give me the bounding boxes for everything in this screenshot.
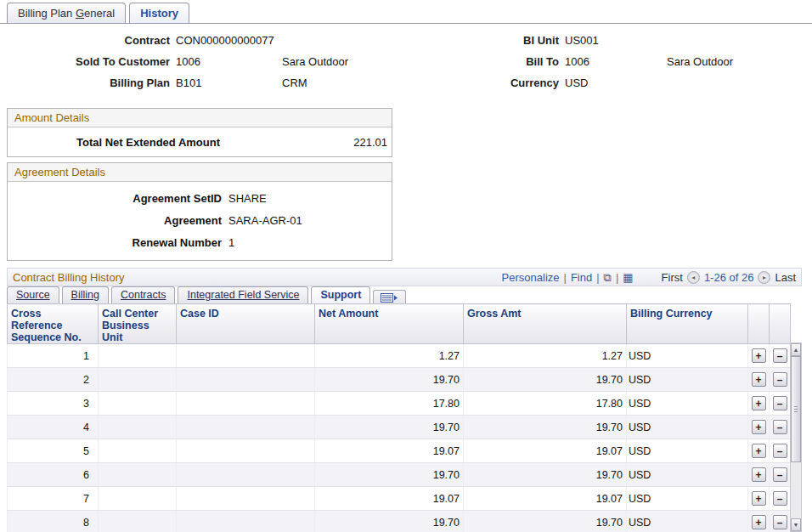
row-billing-currency: USD <box>627 463 748 487</box>
grid-tab-integrated-field-service[interactable]: Integrated Field Service <box>178 286 308 303</box>
table-row: 619.7019.70USD+– <box>8 463 791 487</box>
row-cross-reference-sequence-no: 6 <box>8 463 99 487</box>
scroll-up-icon[interactable]: ▲ <box>791 343 801 356</box>
scrollbar-track[interactable] <box>791 356 801 518</box>
page-tabs: Billing Plan General History <box>0 0 812 24</box>
row-call-center-business-unit <box>99 368 177 392</box>
page-tab-billing-plan-general[interactable]: Billing Plan General <box>7 3 126 23</box>
page-tab-label: Billing Plan <box>18 7 76 20</box>
add-row-button[interactable]: + <box>752 467 766 482</box>
grid-tab-label: Contracts <box>121 289 166 301</box>
field-row-bill-to: Bill To 1006 Sara Outdoor <box>476 55 733 71</box>
delete-row-button[interactable]: – <box>773 420 787 434</box>
add-row-button[interactable]: + <box>752 396 766 410</box>
grid-tab-label: Billing <box>71 289 99 301</box>
delete-row-cell: – <box>770 511 791 532</box>
show-all-columns-tab[interactable] <box>373 290 406 303</box>
delete-row-button[interactable]: – <box>773 372 787 387</box>
field-value-bi-unit: US001 <box>565 34 667 47</box>
download-grid-icon[interactable]: ▦ <box>623 272 633 283</box>
delete-row-button[interactable]: – <box>773 491 787 506</box>
delete-row-button[interactable]: – <box>773 467 787 482</box>
delete-row-cell: – <box>770 439 791 463</box>
column-header-call-center-business-unit: Call Center Business Unit <box>99 304 177 344</box>
row-case-id <box>177 439 315 463</box>
row-call-center-business-unit <box>99 344 177 368</box>
popout-icon[interactable]: ⧉ <box>604 272 612 283</box>
grid-tab-contracts[interactable]: Contracts <box>111 286 176 303</box>
total-net-extended-amount-value: 221.01 <box>220 136 387 149</box>
grid-tabs: Source Billing Contracts Integrated Fiel… <box>7 286 812 303</box>
add-row-cell: + <box>748 439 770 463</box>
field-value-bill-to-name: Sara Outdoor <box>667 55 733 68</box>
agreement-details-title: Agreement Details <box>8 163 392 182</box>
grid-tab-source[interactable]: Source <box>7 286 59 303</box>
row-billing-currency: USD <box>627 344 748 368</box>
grid-pagination: First ◂ 1-26 of 26 ▸ Last <box>662 271 796 284</box>
row-gross-amt: 19.70 <box>464 416 627 439</box>
field-row-billing-plan: Billing Plan B101 CRM <box>0 76 399 93</box>
row-case-id <box>177 392 315 416</box>
delete-row-cell: – <box>770 463 791 487</box>
table-row: 219.7019.70USD+– <box>8 368 791 392</box>
first-link[interactable]: First <box>662 271 683 284</box>
row-range-label: 1-26 of 26 <box>704 271 754 284</box>
row-cross-reference-sequence-no: 2 <box>8 368 99 392</box>
add-row-button[interactable]: + <box>752 444 766 458</box>
table-row: 317.8017.80USD+– <box>8 392 791 416</box>
add-row-button[interactable]: + <box>752 491 766 506</box>
add-row-button[interactable]: + <box>752 515 766 529</box>
delete-row-button[interactable]: – <box>773 348 787 363</box>
delete-row-button[interactable]: – <box>773 396 787 410</box>
field-value-sold-to-customer: 1006 <box>176 55 282 68</box>
add-row-button[interactable]: + <box>752 420 766 434</box>
row-net-amount: 19.70 <box>315 511 464 532</box>
field-value-bill-to: 1006 <box>565 55 667 68</box>
find-link[interactable]: Find <box>571 271 592 284</box>
row-cross-reference-sequence-no: 7 <box>8 487 99 511</box>
scrollbar-thumb[interactable] <box>791 356 801 462</box>
row-gross-amt: 19.70 <box>464 511 627 532</box>
delete-row-button[interactable]: – <box>773 515 787 529</box>
show-all-columns-icon <box>381 293 398 303</box>
grid-tab-billing[interactable]: Billing <box>62 286 109 303</box>
page-tab-label: History <box>140 7 178 20</box>
row-net-amount: 17.80 <box>315 392 464 416</box>
table-row: 819.7019.70USD+– <box>8 511 791 532</box>
row-case-id <box>177 344 315 368</box>
row-case-id <box>177 463 315 487</box>
agreement-setid-row: Agreement SetID SHARE <box>8 187 392 209</box>
page-tab-history[interactable]: History <box>129 3 189 23</box>
next-page-icon[interactable]: ▸ <box>758 271 770 284</box>
row-net-amount: 19.70 <box>315 368 464 392</box>
delete-row-cell: – <box>770 487 791 511</box>
renewal-number-value: 1 <box>228 236 234 249</box>
field-value-billing-plan: B101 <box>176 76 282 89</box>
row-call-center-business-unit <box>99 392 177 416</box>
row-gross-amt: 19.70 <box>464 463 627 487</box>
renewal-number-row: Renewal Number 1 <box>8 231 392 253</box>
table-row: 419.7019.70USD+– <box>8 416 791 439</box>
add-row-cell: + <box>748 487 770 511</box>
previous-page-icon[interactable]: ◂ <box>687 271 700 284</box>
field-label-contract: Contract <box>0 34 170 47</box>
row-call-center-business-unit <box>99 463 177 487</box>
row-cross-reference-sequence-no: 3 <box>8 392 99 416</box>
last-link[interactable]: Last <box>775 271 796 284</box>
grid-scrollbar[interactable]: ▲ ▼ <box>790 342 802 532</box>
personalize-link[interactable]: Personalize <box>502 271 560 284</box>
field-row-contract: Contract CON000000000077 <box>0 34 399 50</box>
scroll-down-icon[interactable]: ▼ <box>791 518 801 531</box>
add-row-button[interactable]: + <box>752 348 766 363</box>
add-row-cell: + <box>748 344 770 368</box>
field-label-sold-to-customer: Sold To Customer <box>0 55 170 68</box>
add-row-button[interactable]: + <box>752 372 766 387</box>
delete-row-button[interactable]: – <box>773 444 787 458</box>
row-net-amount: 1.27 <box>315 344 464 368</box>
separator: | <box>616 271 618 284</box>
table-header-row: Cross Reference Sequence No. Call Center… <box>8 304 791 344</box>
grid-tab-support[interactable]: Support <box>311 286 370 303</box>
row-net-amount: 19.07 <box>315 487 464 511</box>
total-net-extended-amount-label: Total Net Extended Amount <box>8 136 220 149</box>
page-tab-label: eneral <box>84 7 115 20</box>
